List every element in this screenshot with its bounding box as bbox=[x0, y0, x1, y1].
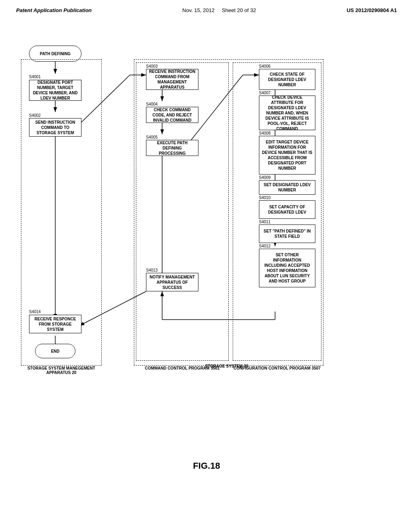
publication-label: Patent Application Publication bbox=[16, 7, 92, 13]
pub-date: Nov. 15, 2012 bbox=[182, 7, 215, 13]
mgmt-apparatus-box bbox=[21, 59, 102, 366]
mgmt-apparatus-label: STORAGE SYSTEM MANEGEMENT APPARATUS 20 bbox=[21, 366, 102, 375]
cmd-control-label: COMMAND CONTROL PROGRAM 3501 bbox=[136, 366, 229, 370]
patent-number: US 2012/0290804 A1 bbox=[346, 7, 397, 13]
page-header: Patent Application Publication Nov. 15, … bbox=[0, 0, 413, 17]
config-control-label: CONFIGURATION CONTROL PROGRAM 3507 bbox=[233, 366, 321, 370]
diagram-container: PATH DEFINING S4001 DESIGNATE PORT NUMBE… bbox=[9, 29, 404, 453]
cmd-control-box bbox=[136, 62, 229, 361]
sheet-number: Sheet 20 of 32 bbox=[222, 7, 256, 13]
config-control-box bbox=[233, 62, 321, 361]
fig-label: FIG.18 bbox=[0, 461, 413, 471]
date-sheet: Nov. 15, 2012 Sheet 20 of 32 bbox=[182, 7, 256, 13]
